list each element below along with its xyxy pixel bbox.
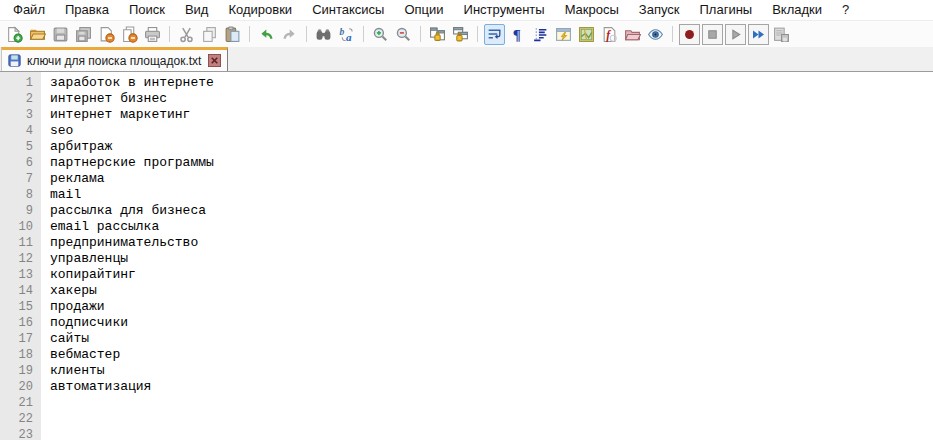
line-text[interactable]: подписчики	[41, 315, 128, 331]
function-list-icon: f	[601, 26, 618, 43]
open-file-button[interactable]	[27, 24, 48, 45]
line-text[interactable]: автоматизация	[41, 379, 151, 395]
macro-run-multiple-button[interactable]	[748, 24, 769, 45]
menu-item-tabs[interactable]: Вкладки	[762, 0, 832, 20]
editor-area[interactable]: 1заработок в интернете2интернет бизнес3и…	[0, 72, 933, 440]
editor-line: 10email рассылка	[0, 219, 933, 235]
redo-button[interactable]	[279, 24, 300, 45]
close-button[interactable]	[96, 24, 117, 45]
record-icon	[681, 26, 698, 43]
tab-keys-file[interactable]: ключи для поиска площадок.txt	[1, 47, 228, 71]
line-text[interactable]: email рассылка	[41, 219, 159, 235]
menu-item-search[interactable]: Поиск	[119, 0, 175, 20]
line-text[interactable]: интернет бизнес	[41, 91, 167, 107]
indent-guide-button[interactable]	[530, 24, 551, 45]
macro-play-button[interactable]	[725, 24, 746, 45]
save-all-button[interactable]	[73, 24, 94, 45]
line-text[interactable]: хакеры	[41, 283, 97, 299]
line-text[interactable]: управленцы	[41, 251, 128, 267]
menu-item-macros[interactable]: Макросы	[555, 0, 629, 20]
macro-record-button[interactable]	[679, 24, 700, 45]
line-text[interactable]: вебмастер	[41, 347, 120, 363]
line-text[interactable]: реклама	[41, 171, 105, 187]
line-text[interactable]: seo	[41, 123, 73, 139]
play-icon	[727, 26, 744, 43]
toolbar-separator	[420, 26, 421, 42]
line-text[interactable]: сайты	[41, 331, 89, 347]
zoom-in-icon	[372, 26, 389, 43]
undo-button[interactable]	[256, 24, 277, 45]
line-text[interactable]: партнерские программы	[41, 155, 214, 171]
editor-line: 14хакеры	[0, 283, 933, 299]
show-all-characters-button[interactable]: ¶	[507, 24, 528, 45]
menu-item-options[interactable]: Опции	[394, 0, 453, 20]
toolbar-separator	[672, 26, 673, 42]
menu-item-edit[interactable]: Правка	[55, 0, 119, 20]
line-number: 18	[0, 347, 41, 363]
macro-stop-button[interactable]	[702, 24, 723, 45]
indent-guide-icon	[532, 26, 549, 43]
zoom-in-button[interactable]	[370, 24, 391, 45]
menu-item-syntax[interactable]: Синтаксисы	[302, 0, 394, 20]
editor-line: 21	[0, 395, 933, 411]
line-number: 17	[0, 331, 41, 347]
replace-icon: ba	[338, 26, 355, 43]
line-number: 5	[0, 139, 41, 155]
sync-horizontal-scroll-button[interactable]	[450, 24, 471, 45]
close-all-icon	[121, 26, 138, 43]
menu-item-run[interactable]: Запуск	[629, 0, 690, 20]
line-text[interactable]: предпринимательство	[41, 235, 198, 251]
tab-bar: ключи для поиска площадок.txt	[0, 47, 933, 72]
line-text[interactable]	[41, 427, 50, 440]
line-text[interactable]: копирайтинг	[41, 267, 136, 283]
line-text[interactable]: mail	[41, 187, 81, 203]
line-text[interactable]: клиенты	[41, 363, 105, 379]
line-text[interactable]: заработок в интернете	[41, 75, 214, 91]
menu-item-file[interactable]: Файл	[3, 0, 55, 20]
macro-save-button[interactable]	[771, 24, 792, 45]
monitoring-button[interactable]	[645, 24, 666, 45]
line-text[interactable]: интернет маркетинг	[41, 107, 190, 123]
line-number: 3	[0, 107, 41, 123]
new-file-button[interactable]	[4, 24, 25, 45]
tab-close-icon[interactable]	[208, 54, 221, 67]
save-macro-icon	[773, 26, 790, 43]
line-number: 2	[0, 91, 41, 107]
editor-line: 19клиенты	[0, 363, 933, 379]
menu-item-view[interactable]: Вид	[175, 0, 219, 20]
editor-line: 20автоматизация	[0, 379, 933, 395]
document-map-button[interactable]	[576, 24, 597, 45]
zoom-out-button[interactable]	[393, 24, 414, 45]
line-number: 8	[0, 187, 41, 203]
menu-item-encoding[interactable]: Кодировки	[218, 0, 302, 20]
save-button[interactable]	[50, 24, 71, 45]
paste-button[interactable]	[222, 24, 243, 45]
copy-button[interactable]	[199, 24, 220, 45]
word-wrap-button[interactable]	[484, 24, 505, 45]
menu-item-help[interactable]: ?	[832, 0, 859, 20]
folder-workspace-button[interactable]	[622, 24, 643, 45]
function-list-button[interactable]: f	[599, 24, 620, 45]
line-number: 19	[0, 363, 41, 379]
define-language-button[interactable]	[553, 24, 574, 45]
toolbar-separator	[306, 26, 307, 42]
editor-line: 16подписчики	[0, 315, 933, 331]
find-button[interactable]	[313, 24, 334, 45]
document-map-icon	[578, 26, 595, 43]
line-text[interactable]	[41, 395, 50, 411]
line-text[interactable]	[41, 411, 50, 427]
replace-button[interactable]: ba	[336, 24, 357, 45]
print-button[interactable]	[142, 24, 163, 45]
menu-item-plugins[interactable]: Плагины	[690, 0, 763, 20]
line-text[interactable]: рассылка для бизнеса	[41, 203, 206, 219]
save-icon	[52, 26, 69, 43]
line-text[interactable]: продажи	[41, 299, 105, 315]
close-all-button[interactable]	[119, 24, 140, 45]
cut-button[interactable]	[176, 24, 197, 45]
editor-line: 15продажи	[0, 299, 933, 315]
svg-text:¶: ¶	[513, 26, 521, 42]
line-text[interactable]: арбитраж	[41, 139, 112, 155]
editor-line: 2интернет бизнес	[0, 91, 933, 107]
menu-item-tools[interactable]: Инструменты	[454, 0, 555, 20]
sync-vertical-scroll-button[interactable]	[427, 24, 448, 45]
